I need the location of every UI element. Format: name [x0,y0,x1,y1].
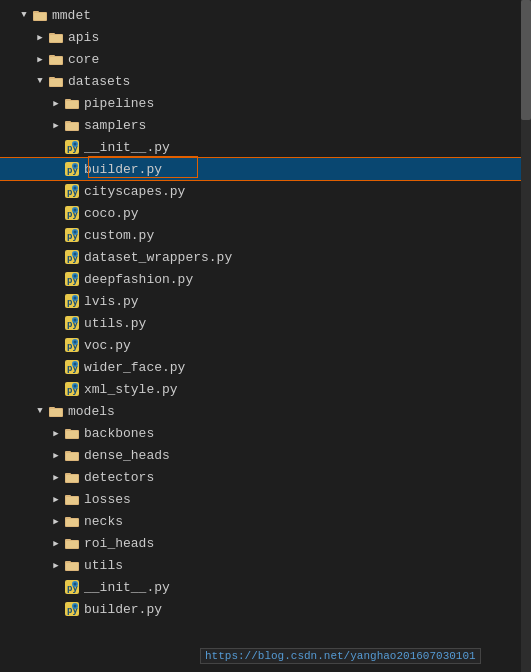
item-label: deepfashion.py [84,272,193,287]
python-file-icon: py [64,205,80,221]
expand-arrow[interactable] [16,7,32,23]
tree-item-coco_py[interactable]: py coco.py [0,202,531,224]
tree-item-dense_heads[interactable]: dense_heads [0,444,531,466]
scrollbar[interactable] [521,0,531,672]
svg-rect-89 [66,563,78,570]
tree-item-necks[interactable]: necks [0,510,531,532]
tree-item-mmdet[interactable]: mmdet [0,4,531,26]
expand-arrow[interactable] [48,447,64,463]
tree-item-backbones[interactable]: backbones [0,422,531,444]
python-file-icon: py [64,161,80,177]
folder-icon [64,469,80,485]
svg-point-25 [74,165,77,168]
tree-item-builder_py2[interactable]: py builder.py [0,598,531,620]
tree-item-xml_style_py[interactable]: py xml_style.py [0,378,531,400]
svg-point-37 [74,231,77,234]
svg-point-29 [74,187,77,190]
item-label: losses [84,492,131,507]
tree-item-utils[interactable]: utils [0,554,531,576]
python-file-icon: py [64,249,80,265]
expand-arrow[interactable] [48,557,64,573]
python-file-icon: py [64,337,80,353]
svg-rect-5 [50,35,62,42]
expand-arrow[interactable] [48,425,64,441]
tree-item-deepfashion_py[interactable]: py deepfashion.py [0,268,531,290]
svg-rect-11 [50,79,62,86]
expand-arrow[interactable] [32,29,48,45]
folder-icon [48,403,64,419]
item-label: roi_heads [84,536,154,551]
tree-item-utils_py[interactable]: py utils.py [0,312,531,334]
tree-item-pipelines[interactable]: pipelines [0,92,531,114]
svg-point-61 [74,363,77,366]
item-label: core [68,52,99,67]
svg-rect-77 [66,475,78,482]
expand-arrow[interactable] [48,117,64,133]
folder-icon [64,557,80,573]
folder-icon [64,95,80,111]
folder-icon [64,491,80,507]
tree-item-init_py_datasets[interactable]: py __init__.py [0,136,531,158]
item-label: samplers [84,118,146,133]
svg-point-49 [74,297,77,300]
expand-arrow[interactable] [32,73,48,89]
tree-item-init_py_models[interactable]: py __init__.py [0,576,531,598]
svg-rect-80 [66,497,78,504]
expand-arrow[interactable] [32,403,48,419]
item-label: xml_style.py [84,382,178,397]
expand-arrow[interactable] [32,51,48,67]
python-file-icon: py [64,183,80,199]
item-label: custom.py [84,228,154,243]
tree-item-models[interactable]: models [0,400,531,422]
tree-item-datasets[interactable]: datasets [0,70,531,92]
tree-item-cityscapes_py[interactable]: py cityscapes.py [0,180,531,202]
tree-item-losses[interactable]: losses [0,488,531,510]
expand-arrow[interactable] [48,469,64,485]
item-label: __init__.py [84,580,170,595]
item-label: utils [84,558,123,573]
scrollbar-thumb[interactable] [521,0,531,120]
svg-rect-8 [50,57,62,64]
tree-item-custom_py[interactable]: py custom.py [0,224,531,246]
folder-icon [32,7,48,23]
expand-arrow[interactable] [48,513,64,529]
folder-icon [64,117,80,133]
item-label: dense_heads [84,448,170,463]
svg-rect-14 [66,101,78,108]
svg-point-45 [74,275,77,278]
tree-item-core[interactable]: core [0,48,531,70]
tree-item-builder_py[interactable]: py builder.py [0,158,531,180]
python-file-icon: py [64,601,80,617]
tree-root: mmdet apis core datasets pipelines sampl… [0,4,531,620]
tree-item-apis[interactable]: apis [0,26,531,48]
folder-icon [64,425,80,441]
item-label: apis [68,30,99,45]
tree-item-roi_heads[interactable]: roi_heads [0,532,531,554]
expand-arrow[interactable] [48,535,64,551]
python-file-icon: py [64,315,80,331]
tree-item-samplers[interactable]: samplers [0,114,531,136]
tree-item-voc_py[interactable]: py voc.py [0,334,531,356]
item-label: cityscapes.py [84,184,185,199]
item-label: coco.py [84,206,139,221]
item-label: utils.py [84,316,146,331]
item-label: voc.py [84,338,131,353]
folder-icon [64,447,80,463]
python-file-icon: py [64,381,80,397]
folder-icon [48,51,64,67]
tree-item-detectors[interactable]: detectors [0,466,531,488]
python-file-icon: py [64,293,80,309]
python-file-icon: py [64,227,80,243]
tree-item-wider_face_py[interactable]: py wider_face.py [0,356,531,378]
svg-rect-86 [66,541,78,548]
item-label: wider_face.py [84,360,185,375]
expand-arrow[interactable] [48,491,64,507]
tree-item-dataset_wrappers_py[interactable]: py dataset_wrappers.py [0,246,531,268]
item-label: pipelines [84,96,154,111]
expand-arrow[interactable] [48,95,64,111]
folder-icon [64,535,80,551]
svg-point-65 [74,385,77,388]
python-file-icon: py [64,579,80,595]
svg-point-57 [74,341,77,344]
tree-item-lvis_py[interactable]: py lvis.py [0,290,531,312]
